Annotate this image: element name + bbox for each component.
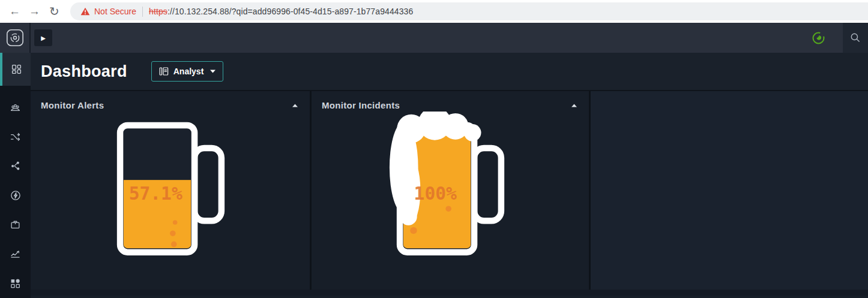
bottom-strip: [31, 290, 868, 296]
search-icon: [850, 32, 861, 43]
svg-text:57.1%: 57.1%: [128, 183, 182, 204]
play-icon: ▶: [41, 35, 46, 41]
browser-toolbar: ← → ↻ Not Secure https://10.132.254.88/?…: [0, 0, 868, 23]
sidebar-item-share-nodes[interactable]: [0, 152, 31, 181]
address-bar-separator: [142, 7, 143, 17]
app-window: ▶ Dashboard: [0, 23, 868, 298]
sidebar-item-dashboard[interactable]: [0, 53, 31, 86]
layout-role-icon: [159, 67, 169, 76]
app-logo[interactable]: [0, 23, 31, 53]
beer-mug-gauge: 57.1%: [109, 112, 232, 260]
page-title: Dashboard: [41, 62, 127, 81]
sidebar-item-apps[interactable]: [0, 269, 31, 298]
role-label: Analyst: [173, 67, 204, 76]
sidebar-item-analytics[interactable]: [0, 239, 31, 269]
panel-title: Monitor Alerts: [41, 100, 104, 110]
sidebar-item-briefcase[interactable]: [0, 210, 31, 239]
empty-panel-area: [591, 91, 868, 290]
panel-header: Monitor Incidents: [312, 91, 589, 110]
address-bar[interactable]: Not Secure https://10.132.254.88/?qid=ad…: [70, 2, 868, 20]
sidebar: [0, 23, 31, 298]
beer-mug-gauge: 100%: [388, 112, 512, 260]
beer-gauge-incidents: 100%: [312, 112, 589, 260]
panel-header: Monitor Alerts: [31, 91, 310, 110]
browser-back-button[interactable]: ←: [5, 2, 25, 20]
caret-down-icon: [210, 70, 215, 73]
topbar-right-controls: [812, 23, 868, 53]
url-scheme-struck: https: [149, 7, 167, 16]
sidebar-item-team[interactable]: [0, 93, 31, 122]
warning-icon[interactable]: [80, 7, 90, 16]
role-selector-button[interactable]: Analyst: [151, 61, 224, 82]
url-remainder: ://10.132.254.88/?qid=add96996-0f45-4d15…: [167, 7, 413, 16]
shuffle-arrows-icon: [10, 132, 20, 142]
share-nodes-icon: [10, 161, 20, 171]
panel-monitor-alerts: Monitor Alerts 57.1%: [31, 91, 310, 290]
dashboard-icon: [11, 64, 22, 74]
panel-monitor-incidents: Monitor Incidents 100%: [312, 91, 589, 290]
expand-panel-button[interactable]: ▶: [34, 29, 52, 46]
widgets-row: Monitor Alerts 57.1% Monitor Incidents 1…: [31, 91, 868, 290]
browser-forward-button[interactable]: →: [25, 2, 44, 20]
apps-grid-icon: [10, 278, 20, 288]
not-secure-label[interactable]: Not Secure: [94, 7, 136, 16]
main-area: ▶ Dashboard: [31, 23, 868, 298]
page-header: Dashboard Analyst: [31, 53, 868, 91]
bolt-circle-icon: [10, 190, 21, 201]
briefcase-icon: [10, 219, 20, 230]
connection-status-icon[interactable]: [812, 31, 825, 45]
beer-gauge-alerts: 57.1%: [31, 112, 310, 260]
svg-text:100%: 100%: [414, 183, 457, 204]
logo-icon: [6, 29, 24, 47]
browser-reload-button[interactable]: ↻: [44, 2, 64, 20]
app-topbar: ▶: [31, 23, 868, 53]
sidebar-item-automation[interactable]: [0, 180, 31, 210]
sidebar-spacer: [0, 86, 31, 93]
sidebar-item-shuffle[interactable]: [0, 122, 31, 152]
panel-title: Monitor Incidents: [322, 100, 400, 110]
chart-trend-icon: [10, 249, 20, 259]
search-button[interactable]: [843, 23, 868, 53]
collapse-caret-icon[interactable]: [570, 102, 579, 109]
collapse-caret-icon[interactable]: [291, 102, 300, 109]
team-icon: [10, 103, 20, 113]
url-text[interactable]: https://10.132.254.88/?qid=add96996-0f45…: [149, 7, 413, 16]
